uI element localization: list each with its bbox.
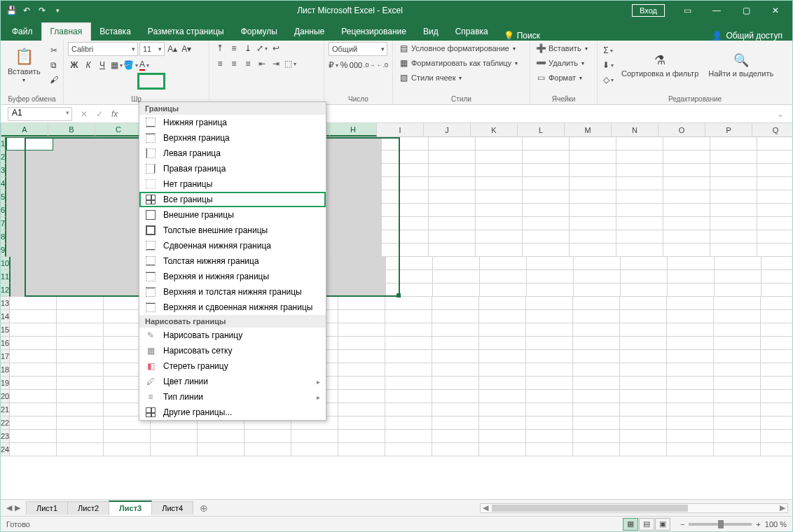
ribbon-display-icon[interactable]: ▭ (673, 1, 701, 20)
cell[interactable] (10, 416, 57, 430)
row-header[interactable]: 5 (1, 190, 6, 204)
cell[interactable] (385, 310, 432, 323)
cell[interactable] (6, 150, 53, 164)
cell[interactable] (53, 217, 100, 230)
cell[interactable] (338, 323, 385, 337)
cell[interactable] (476, 164, 523, 177)
row-header[interactable]: 22 (1, 416, 10, 430)
cell[interactable] (57, 377, 104, 390)
qat-more-icon[interactable]: ▾ (51, 4, 64, 17)
cell[interactable] (667, 416, 714, 430)
cell[interactable] (710, 217, 757, 230)
align-middle-icon[interactable]: ≡ (228, 42, 240, 55)
cell[interactable] (479, 403, 526, 416)
cell[interactable] (573, 323, 620, 337)
mi-thick-bottom[interactable]: Толстая нижняя граница (139, 253, 326, 269)
cell[interactable] (433, 257, 480, 270)
cell[interactable] (244, 443, 291, 456)
format-painter-icon[interactable]: 🖌 (48, 74, 60, 86)
cell[interactable] (339, 257, 386, 270)
cell[interactable] (573, 350, 620, 363)
zoom-slider[interactable] (689, 523, 752, 526)
cell[interactable] (479, 430, 526, 443)
cell[interactable] (573, 416, 620, 430)
cell[interactable] (476, 150, 523, 164)
cell[interactable] (526, 390, 573, 403)
align-bottom-icon[interactable]: ⤓ (242, 42, 254, 55)
mi-top-bottom[interactable]: Верхняя и нижняя границы (139, 269, 326, 284)
delete-cells-button[interactable]: ➖Удалить▾ (535, 57, 593, 69)
expand-formula-icon[interactable]: ⌄ (773, 109, 788, 119)
cell[interactable] (151, 443, 198, 456)
cell-styles-button[interactable]: ▧Стили ячеек▾ (397, 71, 525, 84)
cell[interactable] (53, 137, 100, 150)
cell[interactable] (761, 310, 792, 323)
inc-decimal-icon[interactable]: .0→ (364, 59, 375, 71)
cell[interactable] (10, 443, 57, 456)
cell[interactable] (761, 443, 792, 456)
fx-icon[interactable]: fx (107, 109, 122, 119)
zoom-out-icon[interactable]: − (680, 520, 684, 528)
cell[interactable] (761, 337, 792, 350)
cell[interactable] (6, 177, 53, 190)
cell[interactable] (291, 430, 338, 443)
cell[interactable] (714, 350, 761, 363)
row-header[interactable]: 13 (1, 297, 10, 310)
cell[interactable] (338, 416, 385, 430)
redo-icon[interactable]: ↷ (36, 4, 48, 17)
cell[interactable] (714, 363, 761, 377)
cell[interactable] (385, 443, 432, 456)
cell[interactable] (476, 204, 523, 217)
cell[interactable] (573, 337, 620, 350)
cell[interactable] (527, 257, 574, 270)
cell[interactable] (104, 443, 151, 456)
cell[interactable] (526, 430, 573, 443)
cell[interactable] (433, 284, 480, 297)
cell[interactable] (429, 217, 476, 230)
underline-icon[interactable]: Ч (96, 59, 109, 71)
cell[interactable] (573, 390, 620, 403)
row-header[interactable]: 19 (1, 377, 10, 390)
format-cells-button[interactable]: ▭Формат▾ (535, 71, 593, 84)
cell[interactable] (385, 323, 432, 337)
cell[interactable] (761, 403, 792, 416)
mi-right-border[interactable]: Правая граница (139, 161, 326, 176)
cell[interactable] (382, 164, 429, 177)
cell[interactable] (526, 310, 573, 323)
cell[interactable] (338, 310, 385, 323)
cell[interactable] (757, 244, 792, 257)
cell[interactable] (335, 137, 382, 150)
col-header[interactable]: N (612, 123, 658, 136)
cell[interactable] (432, 403, 479, 416)
minimize-icon[interactable]: — (703, 1, 731, 20)
cell[interactable] (6, 164, 53, 177)
fill-icon[interactable]: ⬇ (602, 59, 614, 71)
tab-data[interactable]: Данные (286, 23, 333, 41)
cell[interactable] (432, 430, 479, 443)
cell[interactable] (570, 177, 616, 190)
cell[interactable] (335, 230, 382, 244)
cell[interactable] (429, 230, 476, 244)
cell[interactable] (667, 337, 714, 350)
cell[interactable] (526, 403, 573, 416)
cell[interactable] (11, 284, 57, 297)
cell[interactable] (616, 230, 663, 244)
cell[interactable] (10, 310, 57, 323)
cell[interactable] (432, 350, 479, 363)
cell[interactable] (574, 257, 621, 270)
cell[interactable] (570, 164, 616, 177)
zoom-in-icon[interactable]: + (756, 520, 760, 528)
cell[interactable] (6, 217, 53, 230)
cell[interactable] (761, 297, 792, 310)
cell[interactable] (523, 164, 570, 177)
cell[interactable] (57, 416, 104, 430)
format-as-table-button[interactable]: ▦Форматировать как таблицу▾ (397, 57, 525, 69)
cell[interactable] (335, 164, 382, 177)
cell[interactable] (761, 257, 792, 270)
cell[interactable] (620, 430, 667, 443)
mi-all-borders[interactable]: Все границы (139, 192, 326, 207)
cell[interactable] (527, 270, 574, 284)
align-center-icon[interactable]: ≡ (228, 57, 240, 70)
row-header[interactable]: 10 (1, 257, 11, 270)
cell[interactable] (338, 297, 385, 310)
